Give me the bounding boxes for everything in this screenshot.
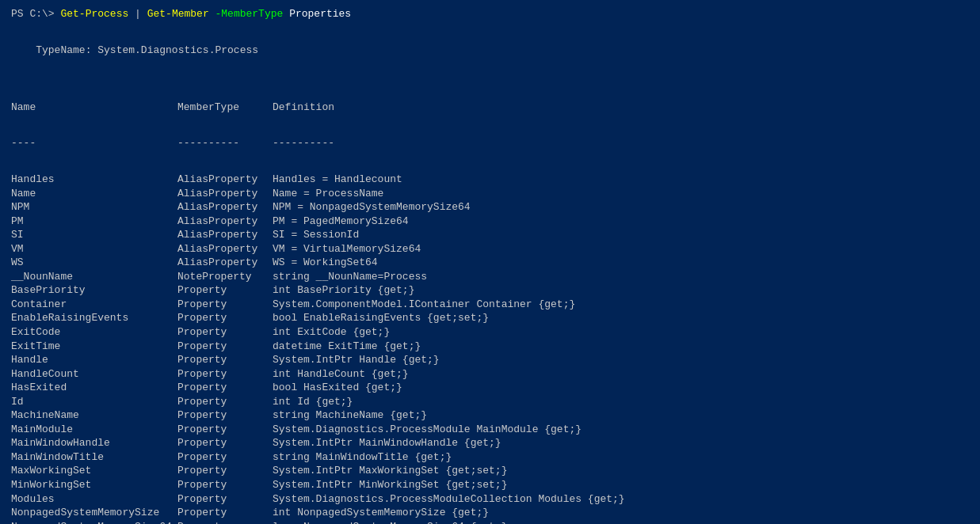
table-row: NonpagedSystemMemorySize64Propertylong N… — [11, 520, 969, 524]
table-row: MinWorkingSetPropertySystem.IntPtr MinWo… — [11, 478, 969, 492]
row-membertype: Property — [177, 395, 273, 409]
table-row: MainWindowTitlePropertystring MainWindow… — [11, 450, 969, 465]
row-name: MinWorkingSet — [11, 478, 177, 492]
prompt: PS C:\> — [11, 8, 60, 20]
table-row: VMAliasPropertyVM = VirtualMemorySize64 — [11, 242, 969, 256]
row-membertype: AliasProperty — [177, 256, 273, 270]
output-table: NameMemberTypeDefinition ---------------… — [11, 78, 969, 524]
table-row: BasePriorityPropertyint BasePriority {ge… — [11, 283, 969, 298]
row-definition: NPM = NonpagedSystemMemorySize64 — [273, 200, 471, 215]
row-name: ExitTime — [11, 340, 177, 354]
row-definition: string MainWindowTitle {get;} — [273, 450, 452, 465]
row-definition: System.IntPtr MinWorkingSet {get;set;} — [273, 478, 507, 492]
table-row: HandlePropertySystem.IntPtr Handle {get;… — [11, 353, 969, 367]
pipe-symbol: | — [135, 8, 141, 20]
properties-value: Properties — [289, 8, 351, 20]
membertype-sep: ---------- — [177, 137, 273, 149]
row-definition: int NonpagedSystemMemorySize {get;} — [273, 506, 489, 520]
row-definition: System.Diagnostics.ProcessModule MainMod… — [273, 423, 582, 437]
row-membertype: Property — [177, 283, 273, 298]
table-row: HasExitedPropertybool HasExited {get;} — [11, 381, 969, 395]
row-definition: long NonpagedSystemMemorySize64 {get;} — [273, 520, 507, 524]
row-name: __NounName — [11, 270, 177, 284]
row-name: Handles — [11, 173, 177, 187]
row-name: Handle — [11, 353, 177, 367]
table-row: PMAliasPropertyPM = PagedMemorySize64 — [11, 215, 969, 229]
row-name: NPM — [11, 200, 177, 215]
row-name: WS — [11, 256, 177, 270]
row-membertype: Property — [177, 298, 273, 312]
row-definition: System.Diagnostics.ProcessModuleCollecti… — [273, 492, 625, 507]
row-definition: Handles = Handlecount — [273, 173, 402, 187]
table-row: NameAliasPropertyName = ProcessName — [11, 187, 969, 201]
row-definition: bool HasExited {get;} — [273, 381, 402, 395]
command-line: PS C:\> Get-Process | Get-Member -Member… — [11, 8, 969, 20]
row-membertype: Property — [177, 506, 273, 520]
table-row: MachineNamePropertystring MachineName {g… — [11, 408, 969, 423]
row-name: PM — [11, 215, 177, 229]
table-row: ModulesPropertySystem.Diagnostics.Proces… — [11, 492, 969, 507]
row-name: MainWindowHandle — [11, 436, 177, 450]
table-row: ExitTimePropertydatetime ExitTime {get;} — [11, 340, 969, 354]
row-definition: System.IntPtr MainWindowHandle {get;} — [273, 436, 501, 450]
row-membertype: Property — [177, 464, 273, 478]
name-sep: ---- — [11, 137, 177, 149]
row-name: MachineName — [11, 408, 177, 423]
row-definition: datetime ExitTime {get;} — [273, 340, 421, 354]
table-row: SIAliasPropertySI = SessionId — [11, 228, 969, 242]
typename-line: TypeName: System.Diagnostics.Process — [11, 32, 969, 68]
row-membertype: AliasProperty — [177, 173, 273, 187]
row-membertype: Property — [177, 340, 273, 354]
table-row: MainModulePropertySystem.Diagnostics.Pro… — [11, 423, 969, 437]
table-row: IdPropertyint Id {get;} — [11, 395, 969, 409]
table-row: ExitCodePropertyint ExitCode {get;} — [11, 325, 969, 340]
table-row: EnableRaisingEventsPropertybool EnableRa… — [11, 311, 969, 325]
row-definition: Name = ProcessName — [273, 187, 383, 201]
row-membertype: Property — [177, 423, 273, 437]
table-header: NameMemberTypeDefinition — [11, 101, 969, 113]
table-row: NonpagedSystemMemorySizePropertyint Nonp… — [11, 506, 969, 520]
row-definition: bool EnableRaisingEvents {get;set;} — [273, 311, 489, 325]
row-definition: int HandleCount {get;} — [273, 367, 409, 382]
row-name: VM — [11, 242, 177, 256]
row-name: MaxWorkingSet — [11, 464, 177, 478]
row-name: MainModule — [11, 423, 177, 437]
row-membertype: Property — [177, 436, 273, 450]
row-membertype: AliasProperty — [177, 215, 273, 229]
typename-text: TypeName: System.Diagnostics.Process — [36, 44, 258, 56]
row-name: EnableRaisingEvents — [11, 311, 177, 325]
row-definition: PM = PagedMemorySize64 — [273, 215, 409, 229]
table-row: __NounNameNotePropertystring __NounName=… — [11, 270, 969, 284]
get-member-cmd: Get-Member — [147, 8, 209, 20]
membertype-param: -MemberType — [215, 8, 284, 20]
table-separator: ------------------------ — [11, 137, 969, 149]
row-membertype: Property — [177, 520, 273, 524]
definition-sep: ---------- — [273, 137, 334, 149]
get-process-cmd: Get-Process — [60, 8, 128, 20]
row-name: ExitCode — [11, 325, 177, 340]
row-membertype: Property — [177, 353, 273, 367]
row-name: MainWindowTitle — [11, 450, 177, 465]
row-definition: string MachineName {get;} — [273, 408, 427, 423]
table-row: NPMAliasPropertyNPM = NonpagedSystemMemo… — [11, 200, 969, 215]
row-name: SI — [11, 228, 177, 242]
row-membertype: Property — [177, 408, 273, 423]
row-name: Container — [11, 298, 177, 312]
row-membertype: Property — [177, 478, 273, 492]
row-name: HasExited — [11, 381, 177, 395]
row-name: Name — [11, 187, 177, 201]
row-definition: System.IntPtr MaxWorkingSet {get;set;} — [273, 464, 507, 478]
row-membertype: AliasProperty — [177, 200, 273, 215]
table-body: HandlesAliasPropertyHandles = Handlecoun… — [11, 173, 969, 524]
row-definition: int Id {get;} — [273, 395, 353, 409]
row-definition: SI = SessionId — [273, 228, 359, 242]
row-membertype: Property — [177, 492, 273, 507]
row-definition: WS = WorkingSet64 — [273, 256, 378, 270]
name-header: Name — [11, 101, 177, 113]
row-name: Modules — [11, 492, 177, 507]
row-membertype: Property — [177, 367, 273, 382]
row-membertype: AliasProperty — [177, 228, 273, 242]
row-definition: System.IntPtr Handle {get;} — [273, 353, 440, 367]
table-row: WSAliasPropertyWS = WorkingSet64 — [11, 256, 969, 270]
row-definition: int ExitCode {get;} — [273, 325, 390, 340]
